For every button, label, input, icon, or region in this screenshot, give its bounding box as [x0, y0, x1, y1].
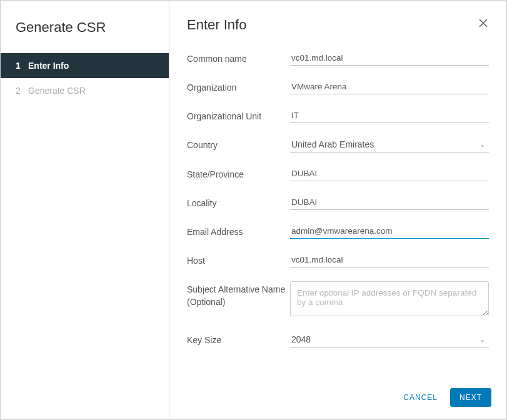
- organization-field[interactable]: [290, 79, 489, 94]
- step-label: Enter Info: [28, 61, 69, 71]
- cancel-button[interactable]: CANCEL: [394, 389, 446, 406]
- dialog-footer: CANCEL NEXT: [169, 378, 506, 419]
- row-key-size: Key Size 2048 ⌄: [187, 332, 489, 348]
- country-value: United Arab Emirates: [291, 139, 374, 149]
- sidebar-title: Generate CSR: [1, 13, 169, 53]
- label-email: Email Address: [187, 224, 290, 239]
- country-select[interactable]: United Arab Emirates ⌄: [290, 137, 489, 152]
- common-name-field[interactable]: [290, 51, 489, 66]
- key-size-select[interactable]: 2048 ⌄: [290, 332, 489, 348]
- state-field[interactable]: [290, 166, 489, 181]
- label-host: Host: [187, 252, 290, 268]
- row-san: Subject Alternative Name (Optional): [187, 281, 489, 318]
- step-generate-csr[interactable]: 2 Generate CSR: [1, 78, 169, 103]
- wizard-sidebar: Generate CSR 1 Enter Info 2 Generate CSR: [1, 1, 169, 419]
- row-locality: Locality: [187, 195, 489, 210]
- org-unit-field[interactable]: [290, 108, 489, 123]
- row-country: Country United Arab Emirates ⌄: [187, 137, 489, 152]
- label-common-name: Common name: [187, 51, 290, 66]
- label-san: Subject Alternative Name (Optional): [187, 281, 290, 308]
- email-field[interactable]: [290, 224, 489, 239]
- step-number: 1: [16, 61, 28, 71]
- row-email: Email Address: [187, 224, 489, 239]
- key-size-value: 2048: [291, 334, 311, 344]
- row-common-name: Common name: [187, 51, 489, 66]
- host-field[interactable]: [290, 252, 489, 268]
- label-locality: Locality: [187, 195, 290, 210]
- next-button[interactable]: NEXT: [450, 388, 491, 407]
- chevron-down-icon: ⌄: [479, 336, 485, 344]
- main-panel: Enter Info Common name Organization Orga…: [169, 1, 506, 419]
- label-key-size: Key Size: [187, 332, 290, 347]
- step-enter-info[interactable]: 1 Enter Info: [1, 53, 169, 78]
- panel-header: Enter Info: [169, 1, 506, 44]
- san-textarea[interactable]: [290, 281, 489, 316]
- label-organization: Organization: [187, 79, 290, 94]
- label-state: State/Province: [187, 166, 290, 181]
- locality-field[interactable]: [290, 195, 489, 210]
- label-country: Country: [187, 137, 290, 152]
- page-title: Enter Info: [187, 17, 246, 33]
- row-org-unit: Organizational Unit: [187, 108, 489, 123]
- step-number: 2: [16, 86, 28, 96]
- form-scroll-area[interactable]: Common name Organization Organizational …: [169, 44, 506, 378]
- label-org-unit: Organizational Unit: [187, 108, 290, 123]
- row-host: Host: [187, 252, 489, 268]
- row-organization: Organization: [187, 79, 489, 94]
- step-label: Generate CSR: [28, 86, 86, 96]
- row-state: State/Province: [187, 166, 489, 181]
- chevron-down-icon: ⌄: [479, 141, 485, 149]
- generate-csr-dialog: Generate CSR 1 Enter Info 2 Generate CSR…: [0, 0, 507, 420]
- close-icon[interactable]: [478, 17, 489, 31]
